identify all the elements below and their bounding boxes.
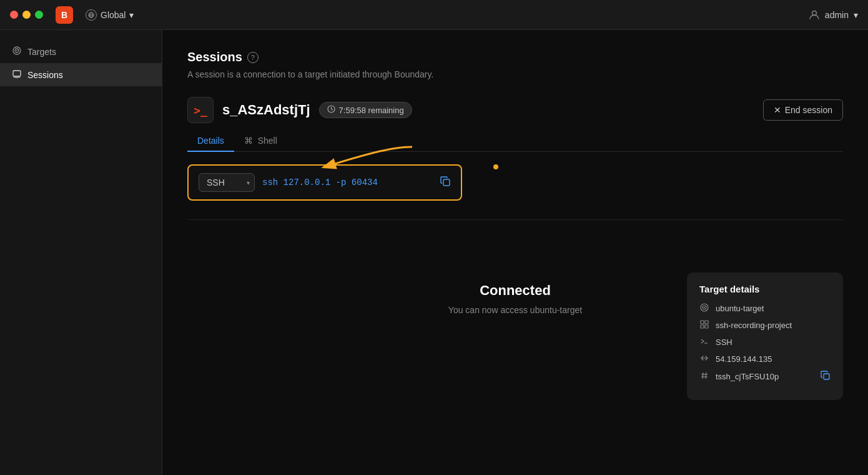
arrows-icon (699, 354, 709, 364)
svg-line-21 (706, 372, 706, 379)
page-header: Sessions ? (187, 50, 843, 64)
main-layout: Targets Sessions Sessions ? A session is… (0, 30, 868, 475)
target-name-value: ubuntu-target (716, 304, 764, 313)
svg-point-14 (704, 307, 705, 308)
sidebar: Targets Sessions (0, 30, 162, 475)
user-chevron-icon: ▾ (854, 10, 858, 20)
ssh-command-text: ssh 127.0.0.1 -p 60434 (262, 178, 432, 188)
type-value: SSH (716, 338, 732, 347)
sidebar-item-targets-label: Targets (27, 47, 56, 57)
session-card: >_ s_ASzAdstjTj 7:59:58 remaining (187, 97, 843, 201)
session-timer: 7:59:58 remaining (319, 102, 412, 118)
ssh-type-dropdown[interactable]: SSH (199, 173, 255, 192)
svg-rect-24 (824, 374, 829, 379)
project-value: ssh-recording-project (716, 321, 792, 330)
hash-icon (699, 371, 709, 382)
global-label: Global (101, 10, 126, 20)
ssh-type-dropdown-wrapper: SSH ▾ (199, 173, 255, 192)
target-detail-row-project: ssh-recording-project (699, 320, 831, 331)
user-icon (809, 9, 820, 21)
tab-shell[interactable]: ⌘ Shell (234, 131, 287, 152)
targets-icon (12, 46, 21, 57)
page-subtitle: A session is a connection to a target in… (187, 69, 843, 79)
orange-dot-indicator (493, 164, 498, 169)
terminal-icon (699, 337, 709, 348)
app-logo: B (56, 6, 73, 24)
sidebar-item-targets[interactable]: Targets (0, 40, 162, 63)
ip-value: 54.159.144.135 (716, 354, 772, 364)
target-details-panel: Target details ubuntu-target (687, 272, 843, 400)
sessions-icon (12, 69, 21, 80)
minimize-button[interactable] (22, 11, 31, 19)
svg-rect-11 (443, 179, 450, 186)
close-button[interactable] (10, 11, 18, 19)
user-label: admin (825, 10, 849, 20)
target-circle-icon (699, 303, 709, 314)
token-value: tssh_cjTsFSU10p (716, 372, 779, 381)
page-title: Sessions (187, 50, 242, 64)
session-header: >_ s_ASzAdstjTj 7:59:58 remaining (187, 97, 843, 123)
target-detail-row-type: SSH (699, 337, 831, 348)
timer-icon (327, 105, 335, 115)
sidebar-item-sessions-label: Sessions (27, 70, 63, 80)
sidebar-item-sessions[interactable]: Sessions (0, 63, 162, 86)
x-icon: ✕ (774, 105, 781, 115)
global-chevron-icon: ▾ (129, 10, 134, 20)
grid-icon (699, 320, 709, 331)
copy-token-icon[interactable] (821, 371, 831, 382)
titlebar-right: admin ▾ (809, 9, 858, 21)
ssh-command-box: SSH ▾ ssh 127.0.0.1 -p 60434 (187, 164, 462, 201)
session-tabs: Details ⌘ Shell (187, 131, 843, 152)
target-details-title: Target details (699, 284, 831, 294)
tab-details-label: Details (197, 136, 224, 146)
timer-value: 7:59:58 remaining (339, 106, 404, 115)
target-detail-row-ip: 54.159.144.135 (699, 354, 831, 364)
svg-rect-15 (701, 321, 704, 324)
svg-rect-7 (13, 71, 21, 76)
section-divider (187, 219, 843, 220)
svg-point-6 (16, 50, 17, 51)
content-area: Sessions ? A session is a connection to … (162, 30, 868, 475)
help-icon[interactable]: ? (247, 52, 259, 63)
tab-shell-label: Shell (258, 136, 277, 146)
end-session-button[interactable]: ✕ End session (763, 99, 843, 121)
target-detail-row-name: ubuntu-target (699, 303, 831, 314)
titlebar: B Global ▾ admin ▾ (0, 0, 868, 30)
svg-rect-16 (705, 321, 708, 324)
copy-command-icon[interactable] (440, 176, 451, 189)
tab-details[interactable]: Details (187, 131, 234, 152)
svg-rect-18 (705, 325, 708, 328)
target-detail-row-token: tssh_cjTsFSU10p (699, 371, 831, 382)
globe-icon (86, 9, 97, 21)
svg-line-20 (703, 372, 703, 379)
svg-rect-17 (701, 325, 704, 328)
shell-prefix-icon: ⌘ (244, 136, 253, 146)
maximize-button[interactable] (35, 11, 43, 19)
end-session-label: End session (785, 105, 832, 115)
traffic-lights (10, 11, 43, 19)
session-type-icon: >_ (187, 97, 214, 123)
global-selector[interactable]: Global ▾ (86, 9, 134, 21)
session-name: s_ASzAdstjTj (222, 102, 310, 118)
